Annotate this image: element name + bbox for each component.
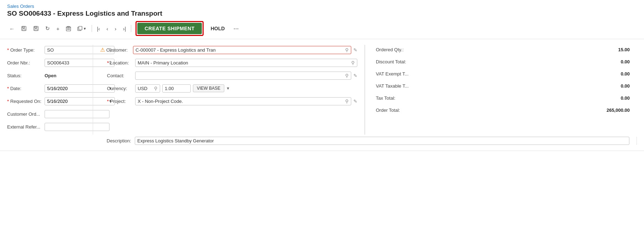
currency-controls: ⚲ ▼ VIEW BASE: [135, 84, 357, 93]
svg-rect-2: [23, 29, 25, 31]
undo-button[interactable]: ↻: [43, 24, 52, 33]
copy-button[interactable]: ▼: [75, 25, 89, 32]
location-search-icon[interactable]: ⚲: [351, 60, 355, 66]
discount-total-label: Discount Total:: [376, 59, 406, 64]
customer-input[interactable]: [136, 47, 344, 53]
project-row: Project: ⚲ ✎: [100, 96, 357, 106]
next-button[interactable]: ›: [113, 24, 119, 33]
contact-input[interactable]: [138, 73, 344, 78]
customer-ord-label: Customer Ord...: [7, 111, 45, 117]
prev-button[interactable]: ‹: [104, 24, 111, 33]
rate-dropdown-icon[interactable]: ▼: [226, 86, 230, 90]
form-grid: Order Type: ⚲ Order Nbr.: ⚲ Status: Open: [7, 45, 637, 135]
page-wrapper: Sales Orders SO SO006433 - Express Logis…: [0, 0, 644, 225]
order-total-value: 265,000.00: [594, 108, 630, 113]
status-value: Open: [45, 73, 56, 78]
requested-on-label: Requested On:: [7, 99, 45, 104]
customer-ord-row: Customer Ord...: [7, 109, 86, 119]
customer-search-icon[interactable]: ⚲: [345, 47, 349, 53]
location-input[interactable]: [138, 60, 350, 66]
description-label: Description:: [107, 138, 135, 143]
status-label: Status:: [7, 73, 45, 78]
contact-input-wrapper[interactable]: ⚲: [135, 72, 351, 80]
save1-button[interactable]: [19, 24, 29, 33]
contact-row: Contact: ⚲ ✎: [100, 70, 357, 80]
date-label: Date:: [7, 86, 45, 91]
order-nbr-row: Order Nbr.: ⚲: [7, 58, 86, 68]
ordered-qty-value: 15.00: [594, 47, 630, 52]
breadcrumb[interactable]: Sales Orders: [7, 4, 34, 9]
project-input[interactable]: [138, 99, 344, 104]
vat-taxable-value: 0.00: [594, 83, 630, 89]
project-label: Project:: [107, 99, 135, 104]
description-input-wrapper[interactable]: [135, 137, 629, 145]
description-row: Description:: [7, 137, 637, 145]
ordered-qty-row: Ordered Qty.: 15.00: [376, 45, 630, 54]
contact-edit-icon[interactable]: ✎: [353, 73, 357, 78]
ordered-qty-label: Ordered Qty.:: [376, 47, 404, 52]
form-section: Order Type: ⚲ Order Nbr.: ⚲ Status: Open: [0, 39, 644, 151]
currency-search-icon[interactable]: ⚲: [154, 86, 158, 91]
tax-total-label: Tax Total:: [376, 95, 395, 101]
svg-rect-5: [35, 29, 37, 31]
contact-search-icon[interactable]: ⚲: [345, 73, 349, 78]
currency-code-input[interactable]: [138, 86, 153, 91]
project-search-icon[interactable]: ⚲: [345, 99, 349, 104]
customer-label: Customer:: [106, 47, 133, 53]
header-section: Sales Orders SO SO006433 - Express Logis…: [0, 0, 644, 17]
location-label: Location:: [107, 60, 135, 66]
currency-label: Currency:: [107, 86, 135, 91]
customer-input-wrapper[interactable]: ⚲: [133, 46, 351, 54]
view-base-button[interactable]: VIEW BASE: [193, 84, 224, 92]
order-total-label: Order Total:: [376, 108, 400, 113]
svg-text:+: +: [37, 26, 38, 28]
tax-total-value: 0.00: [594, 95, 630, 101]
discount-total-row: Discount Total: 0.00: [376, 57, 630, 66]
svg-rect-1: [22, 26, 25, 28]
customer-row: ⚠ Customer: ⚲ ✎: [100, 45, 357, 55]
page-title: SO SO006433 - Express Logistics and Tran…: [7, 10, 637, 17]
currency-row: Currency: ⚲ ▼ VIEW BASE: [100, 83, 357, 93]
description-input[interactable]: [137, 138, 627, 143]
delete-button[interactable]: [64, 24, 73, 33]
location-input-wrapper[interactable]: ⚲: [135, 59, 357, 67]
vat-taxable-row: VAT Taxable T... 0.00: [376, 81, 630, 90]
vat-exempt-value: 0.00: [594, 71, 630, 77]
mid-col: ⚠ Customer: ⚲ ✎ Location: ⚲ Co: [93, 45, 365, 135]
toolbar-separator: [92, 25, 92, 32]
description-container: Description:: [93, 137, 637, 145]
first-button[interactable]: |‹: [95, 24, 102, 33]
customer-warning-icon: ⚠: [100, 47, 105, 53]
more-button[interactable]: ···: [230, 23, 241, 34]
save2-button[interactable]: +: [31, 24, 41, 33]
customer-edit-icon[interactable]: ✎: [353, 47, 357, 53]
vat-exempt-label: VAT Exempt T...: [376, 71, 409, 77]
currency-code-wrapper[interactable]: ⚲: [135, 84, 160, 93]
project-input-wrapper[interactable]: ⚲: [135, 97, 351, 105]
stats-col: Ordered Qty.: 15.00 Discount Total: 0.00…: [365, 45, 637, 135]
project-edit-icon[interactable]: ✎: [353, 99, 357, 104]
vat-exempt-row: VAT Exempt T... 0.00: [376, 69, 630, 78]
create-shipment-wrapper: CREATE SHIPMENT: [136, 21, 203, 36]
hold-button[interactable]: HOLD: [207, 23, 229, 34]
contact-label: Contact:: [107, 73, 135, 78]
back-button[interactable]: ←: [7, 24, 17, 33]
vat-taxable-label: VAT Taxable T...: [376, 83, 409, 89]
rate-wrapper[interactable]: ▼: [162, 84, 191, 93]
order-nbr-label: Order Nbr.:: [7, 60, 45, 66]
tax-total-row: Tax Total: 0.00: [376, 93, 630, 103]
external-refer-label: External Refer...: [7, 124, 45, 130]
toolbar: ← + ↻ + ▼ |‹ ‹ › ›| CREATE SHIPMENT HOLD…: [0, 20, 644, 39]
discount-total-value: 0.00: [594, 59, 630, 64]
svg-rect-14: [79, 26, 82, 30]
order-type-row: Order Type: ⚲: [7, 45, 86, 55]
left-col: Order Type: ⚲ Order Nbr.: ⚲ Status: Open: [7, 45, 93, 135]
last-button[interactable]: ›|: [121, 24, 128, 33]
external-refer-row: External Refer...: [7, 122, 86, 132]
requested-on-row: Requested On: ▼: [7, 96, 86, 106]
order-total-row: Order Total: 265,000.00: [376, 105, 630, 115]
add-button[interactable]: +: [54, 24, 62, 33]
date-row: Date: ▼: [7, 83, 86, 93]
create-shipment-button[interactable]: CREATE SHIPMENT: [137, 23, 201, 34]
toolbar-separator-2: [131, 25, 131, 32]
